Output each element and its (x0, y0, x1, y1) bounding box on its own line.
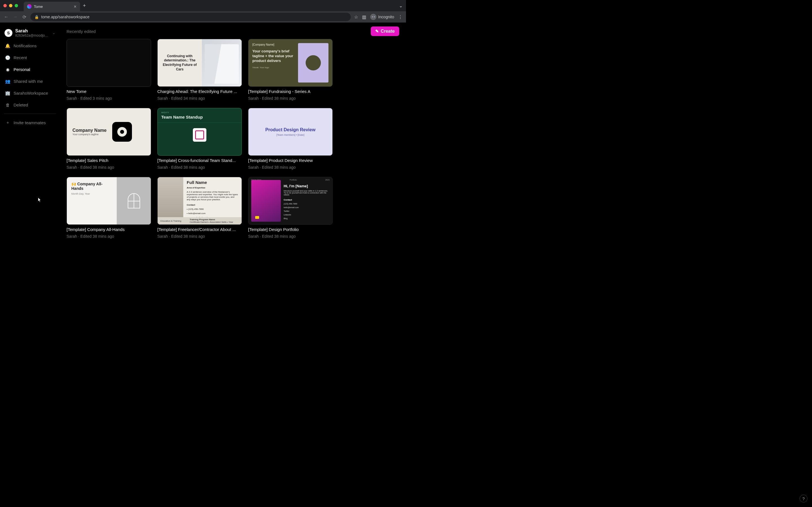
card-meta: Sarah · Edited 38 mins ago (248, 96, 333, 101)
sidebar-item-notifications[interactable]: 🔔 Notifications (2, 41, 57, 51)
tab-title: Tome (34, 4, 43, 9)
browser-tab[interactable]: Tome ✕ (24, 2, 80, 11)
contact-heading: Contact (187, 204, 238, 206)
sidebar-item-workspace[interactable]: 🏢 SarahsWorkspace (2, 88, 57, 99)
main-header: Recently edited ✎ Create (66, 26, 399, 36)
thumb-tag: [Company Name] (252, 43, 295, 46)
card-meta: Sarah · Edited 38 mins ago (66, 234, 151, 238)
kebab-menu-icon[interactable]: ⋮ (398, 14, 403, 20)
document-grid: New Tome Sarah · Edited 3 mins ago Conti… (66, 39, 399, 238)
star-icon[interactable]: ☆ (354, 14, 358, 20)
card-title: [Template] Sales Pitch (66, 158, 151, 163)
card-title: [Template] Fundraising - Series A (248, 89, 333, 94)
tabs-dropdown-icon[interactable]: ⌄ (399, 3, 403, 8)
document-card[interactable]: 🙌 Company All-Hands Month Day, Year [Tem… (66, 177, 151, 238)
sidebar-item-recent[interactable]: 🕓 Recent (2, 52, 57, 63)
new-tab-button[interactable]: + (83, 3, 86, 9)
sidebar-item-invite[interactable]: ＋ Invite teammates (2, 117, 57, 128)
logo-placeholder (298, 43, 328, 82)
company-tagline: Your company's tagline (72, 133, 107, 136)
address-bar: ← → ⟳ 🔒 tome.app/sarahsworkspace ☆ ▥ 👓 I… (0, 11, 406, 22)
thumbnail-charging: Continuing with determination.: The Elec… (157, 39, 242, 87)
standup-title: Team Name Standup (161, 115, 203, 119)
document-card[interactable]: Product Design Review [Team members] • [… (248, 108, 333, 170)
chevron-down-icon: ⌄ (52, 31, 55, 35)
url-input[interactable]: 🔒 tome.app/sarahsworkspace (31, 13, 351, 21)
sidebar-item-label: SarahsWorkspace (13, 91, 48, 96)
contact-line: Twitter (284, 210, 329, 212)
sidebar-item-personal[interactable]: ◉ Personal (2, 64, 57, 75)
maximize-window-icon[interactable] (15, 4, 18, 7)
contact-line: Blog (284, 217, 329, 219)
edu-heading: Education & Training (160, 220, 181, 222)
sidebar-item-label: Invite teammates (13, 120, 46, 125)
forward-icon[interactable]: → (12, 14, 18, 19)
card-meta: Sarah · Edited 38 mins ago (248, 165, 333, 170)
company-name: Company Name (72, 128, 107, 133)
document-card[interactable]: Company Name Your company's tagline [Tem… (66, 108, 151, 170)
section-title: Recently edited (66, 29, 96, 34)
document-card[interactable]: [Company Name] Your company's brief tagl… (248, 39, 333, 101)
train-heading: Training Program Name (190, 218, 215, 221)
url-text: tome.app/sarahsworkspace (41, 15, 89, 19)
create-button[interactable]: ✎ Create (371, 26, 399, 36)
thumbnail-portfolio: Name Here Portfolio 2023 Hi, I'm [Name] … (248, 177, 333, 225)
tome-favicon-icon (27, 4, 32, 9)
port-header-mid: Portfolio (290, 179, 297, 181)
workspace-switcher[interactable]: S Sarah 8263e52a@moodjoy.c... ⌄ (2, 26, 57, 40)
close-tab-icon[interactable]: ✕ (73, 4, 77, 9)
allhands-title: 🙌 Company All-Hands (71, 182, 112, 191)
logo-icon (112, 122, 132, 142)
sidebar-item-deleted[interactable]: 🗑 Deleted (2, 100, 57, 110)
sidebar-item-label: Deleted (13, 103, 28, 107)
thumb-sub: Visual: Your logo (252, 66, 295, 69)
contact-heading: Contact (284, 199, 329, 201)
back-icon[interactable]: ← (3, 14, 9, 19)
browser-chrome: Tome ✕ + ⌄ ← → ⟳ 🔒 tome.app/sarahsworksp… (0, 0, 406, 22)
contact-line: • hello@email.com (187, 212, 238, 215)
sidebar-item-shared[interactable]: 👥 Shared with me (2, 76, 57, 87)
contact-line: • (123)-456-7890 (187, 208, 238, 210)
document-card[interactable]: Continuing with determination.: The Elec… (157, 39, 242, 101)
sidebar-item-label: Personal (13, 67, 30, 72)
reload-icon[interactable]: ⟳ (21, 14, 27, 20)
document-card[interactable]: New Tome Sarah · Edited 3 mins ago (66, 39, 151, 101)
portfolio-hi: Hi, I'm [Name] (284, 184, 329, 188)
lock-icon: 🔒 (35, 15, 39, 19)
thumbnail-fundraising: [Company Name] Your company's brief tagl… (248, 39, 333, 87)
window-controls (3, 4, 18, 7)
thumb-headline: Your company's brief tagline + the value… (252, 49, 295, 63)
document-card[interactable]: Full Name Area of Expertise A 2-3 senten… (157, 177, 242, 238)
card-meta: Sarah · Edited 38 mins ago (66, 165, 151, 170)
portrait-placeholder (251, 180, 281, 222)
thumbnail-freelancer: Full Name Area of Expertise A 2-3 senten… (157, 177, 242, 225)
logo-placeholder (117, 177, 151, 224)
minimize-window-icon[interactable] (9, 4, 12, 7)
workspace-name: Sarah (15, 28, 49, 34)
incognito-badge[interactable]: 👓 Incognito (370, 14, 394, 20)
create-button-label: Create (380, 29, 395, 34)
freelancer-name: Full Name (187, 180, 238, 185)
contact-line: LinkedIn (284, 214, 329, 216)
sidebar-item-label: Notifications (13, 43, 37, 48)
freelancer-area: Area of Expertise (187, 186, 238, 189)
create-plus-icon: ✎ (375, 29, 379, 34)
port-header-year: 2023 (325, 179, 329, 181)
clock-icon: 🕓 (5, 55, 10, 60)
tab-bar: Tome ✕ + ⌄ (0, 0, 406, 11)
document-card[interactable]: M/D/YY Team Name Standup [Template] Cros… (157, 108, 242, 170)
contact-line: hello@email.com (284, 207, 329, 209)
card-meta: Sarah · Edited 38 mins ago (248, 234, 333, 238)
people-icon: 👥 (5, 79, 10, 84)
thumbnail-blank (66, 39, 151, 87)
standup-date: M/D/YY (161, 111, 169, 114)
document-card[interactable]: Name Here Portfolio 2023 Hi, I'm [Name] … (248, 177, 333, 238)
card-title: [Template] Cross-functional Team Stand..… (157, 158, 242, 163)
thumbnail-pdr: Product Design Review [Team members] • [… (248, 108, 333, 156)
incognito-label: Incognito (378, 15, 394, 19)
thumbnail-allhands: 🙌 Company All-Hands Month Day, Year (66, 177, 151, 225)
close-window-icon[interactable] (3, 4, 7, 7)
card-title: [Template] Freelancer/Contractor About .… (157, 227, 242, 232)
sidebar-item-label: Recent (13, 55, 27, 60)
panel-icon[interactable]: ▥ (362, 14, 366, 20)
